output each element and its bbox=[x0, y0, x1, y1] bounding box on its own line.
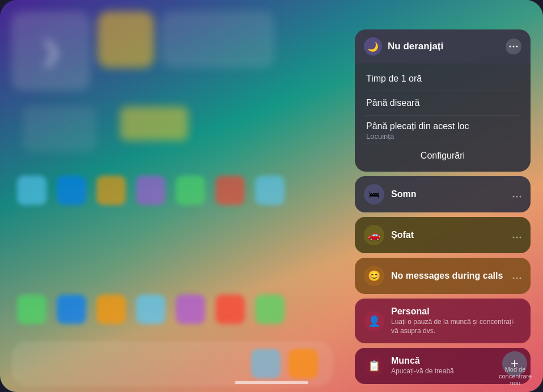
svg-point-2 bbox=[516, 46, 518, 48]
dnd-header: 🌙 Nu deranjați bbox=[355, 29, 531, 63]
app-icon-red-2 bbox=[215, 176, 245, 205]
svg-point-0 bbox=[510, 46, 511, 48]
app-icon-blue bbox=[57, 295, 86, 324]
app-icon-purple bbox=[176, 295, 205, 324]
home-indicator bbox=[235, 381, 308, 384]
app-icon-blue-2 bbox=[57, 176, 86, 205]
app-icon-teal bbox=[136, 295, 166, 324]
app-icon-orange-2 bbox=[96, 176, 126, 205]
widget-card-1: ❯ bbox=[11, 11, 91, 91]
dnd-option-until-leave[interactable]: Până plecați din acest loc Locuință bbox=[355, 116, 531, 143]
ipad-frame: ❯ ... bbox=[0, 0, 543, 392]
personal-name: Personal bbox=[391, 306, 521, 317]
svg-point-1 bbox=[513, 46, 515, 48]
focus-item-sleep[interactable]: 🛏 Somn bbox=[355, 176, 531, 212]
widget-card-3: ... bbox=[161, 11, 274, 68]
focus-panel: 🌙 Nu deranjați Timp de 1 oră Până disear… bbox=[355, 29, 531, 384]
app-icon-green bbox=[17, 295, 46, 324]
dnd-title-row: 🌙 Nu deranjați bbox=[364, 37, 443, 56]
focus-item-driving[interactable]: 🚗 Șofat bbox=[355, 217, 531, 253]
dnd-option-1-hour[interactable]: Timp de 1 oră bbox=[355, 67, 531, 91]
driving-name: Șofat bbox=[391, 230, 506, 240]
svg-point-9 bbox=[513, 277, 515, 279]
svg-point-8 bbox=[520, 236, 521, 238]
dnd-title: Nu deranjați bbox=[388, 41, 443, 52]
no-messages-more-button[interactable] bbox=[512, 270, 521, 282]
driving-icon: 🚗 bbox=[364, 225, 384, 245]
app-icon-red bbox=[215, 295, 245, 324]
sleep-name: Somn bbox=[391, 189, 506, 199]
widget-card-4 bbox=[23, 106, 96, 152]
svg-point-4 bbox=[516, 195, 518, 197]
svg-point-10 bbox=[516, 277, 518, 279]
app-icons-row-1 bbox=[6, 289, 333, 330]
sleep-icon: 🛏 bbox=[364, 184, 384, 204]
sleep-more-button[interactable] bbox=[512, 189, 521, 201]
dnd-option-until-evening[interactable]: Până diseară bbox=[355, 91, 531, 115]
app-area-blurred: ❯ ... bbox=[0, 0, 339, 335]
app-icon-teal-3 bbox=[255, 176, 285, 205]
svg-point-5 bbox=[520, 195, 521, 197]
personal-text: Personal Luați o pauză de la muncă și co… bbox=[391, 306, 521, 335]
dnd-option-3-sub: Locuință bbox=[366, 132, 519, 140]
svg-point-11 bbox=[520, 277, 521, 279]
app-icon-green-2 bbox=[255, 295, 285, 324]
app-icons-row-2 bbox=[6, 170, 333, 211]
no-messages-text: No messages during calls bbox=[391, 271, 506, 281]
no-messages-icon: 😊 bbox=[364, 266, 384, 286]
dnd-option-3-text: Până plecați din acest loc bbox=[366, 121, 519, 131]
app-icon-green-3 bbox=[176, 176, 205, 205]
focus-item-personal[interactable]: 👤 Personal Luați o pauză de la muncă și … bbox=[355, 299, 531, 343]
moon-icon: 🌙 bbox=[364, 37, 382, 56]
app-icon-orange bbox=[96, 295, 126, 324]
dnd-more-button[interactable] bbox=[506, 39, 521, 54]
svg-point-3 bbox=[513, 195, 515, 197]
dnd-options: Timp de 1 oră Până diseară Până plecați … bbox=[355, 63, 531, 172]
app-icon-teal-2 bbox=[17, 176, 46, 205]
dnd-config-button[interactable]: Configurări bbox=[355, 143, 531, 168]
widget-card-2 bbox=[97, 11, 154, 68]
focus-item-no-messages[interactable]: 😊 No messages during calls bbox=[355, 258, 531, 294]
driving-more-button[interactable] bbox=[512, 229, 521, 241]
widget-card-5 bbox=[120, 106, 188, 140]
bottom-bar bbox=[0, 338, 543, 392]
personal-icon: 👤 bbox=[364, 311, 384, 331]
personal-sub: Luați o pauză de la muncă și concentrați… bbox=[391, 318, 521, 335]
svg-point-6 bbox=[513, 236, 515, 238]
app-icon-purple-2 bbox=[136, 176, 166, 205]
svg-point-7 bbox=[516, 236, 518, 238]
sleep-text: Somn bbox=[391, 189, 506, 199]
dnd-section: 🌙 Nu deranjați Timp de 1 oră Până disear… bbox=[355, 29, 531, 172]
no-messages-name: No messages during calls bbox=[391, 271, 506, 281]
driving-text: Șofat bbox=[391, 230, 506, 240]
